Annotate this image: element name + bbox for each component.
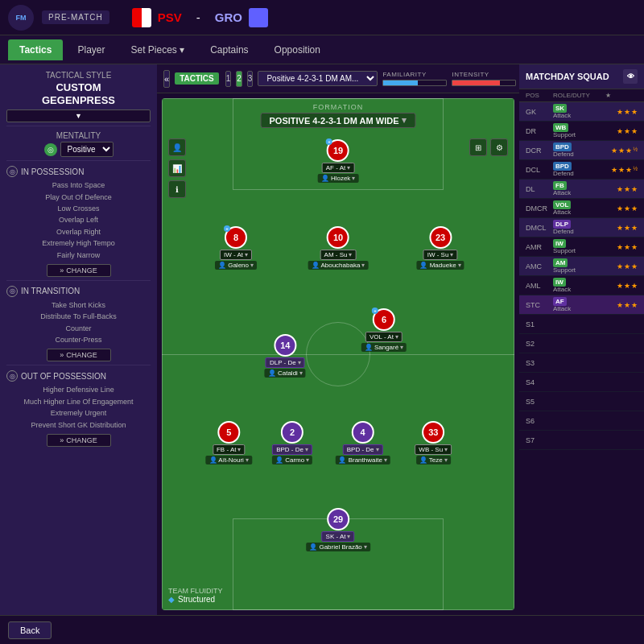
vs-dash: - (196, 10, 200, 24)
psv-badge (132, 8, 151, 27)
squad-row-dl[interactable]: DL FB Attack ★★★ (519, 180, 644, 199)
squad-row-s2: S2 (519, 334, 644, 353)
bottom-bar: Back (0, 615, 644, 644)
role-badge-19[interactable]: AF - At ▾ (322, 163, 354, 173)
tactic-slot-3[interactable]: 3 (247, 71, 254, 87)
squad-row-dcl[interactable]: DCL BPD Defend ★★★½ (519, 160, 644, 180)
role-badge-6[interactable]: VOL - At ▾ (365, 332, 402, 342)
out-possession-change-btn[interactable]: »CHANGE (47, 434, 111, 447)
name-label-6[interactable]: 👤 Sangaré ▾ (361, 343, 407, 352)
pitch-grid-btn[interactable]: ⊞ (469, 138, 487, 156)
name-label-5[interactable]: 👤 Aït-Nouri ▾ (206, 456, 252, 464)
in-possession-header: ◎ IN POSSESSION (6, 166, 151, 177)
tactics-label: TACTICS (175, 72, 219, 85)
name-label-19[interactable]: 👤 Hlozek ▾ (318, 174, 359, 183)
in-possession-items: Pass Into Space Play Out Of Defence Low … (6, 180, 151, 261)
matchday-header: MATCHDAY SQUAD 👁 (519, 64, 644, 89)
possession-change-btn[interactable]: »CHANGE (47, 264, 111, 277)
pitch-config-btn[interactable]: ⚙ (490, 138, 508, 156)
role-badge-23[interactable]: IW - Su ▾ (423, 250, 458, 260)
name-label-4[interactable]: 👤 Branthwaite ▾ (335, 456, 390, 464)
familiarity-fill (383, 80, 418, 85)
squad-row-dcr[interactable]: DCR BPD Defend ★★★½ (519, 141, 644, 160)
tactic-slot-1[interactable]: 1 (225, 71, 232, 87)
player-galeno[interactable]: + 8 IW - At ▾ 👤 Galeno ▾ (215, 226, 257, 270)
settings-dot-6: + (372, 308, 378, 314)
eye-icon[interactable]: 👁 (623, 69, 638, 84)
familiarity-group: FAMILIARITY (382, 71, 447, 86)
tab-captains[interactable]: Captains (199, 39, 259, 60)
squad-row-dmcr[interactable]: DMCR VOL Attack ★★★ (519, 199, 644, 218)
player-teze[interactable]: 33 WB - Su ▾ 👤 Teze ▾ (415, 421, 452, 464)
squad-row-amr[interactable]: AMR IW Support ★★★ (519, 237, 644, 257)
formation-select[interactable]: Positive 4-2-3-1 DM AM... (258, 71, 378, 86)
left-panel: TACTICAL STYLE CUSTOMGEGENPRESS ▼ MENTAL… (0, 64, 157, 615)
role-badge-10[interactable]: AM - Su ▾ (320, 250, 357, 260)
name-label-23[interactable]: 👤 Madueke ▾ (416, 261, 464, 270)
name-label-10[interactable]: 👤 Abouchabaka ▾ (308, 261, 369, 270)
role-badge-2[interactable]: BPD - De ▾ (272, 444, 312, 455)
role-badge-33[interactable]: WB - Su ▾ (415, 444, 452, 455)
pitch-icons: 👤 📊 ℹ (168, 138, 186, 198)
tactic-slot-2[interactable]: 2 (236, 71, 242, 87)
tab-tactics[interactable]: Tactics (8, 39, 63, 60)
player-number-23: 23 (429, 226, 452, 249)
tab-setpieces[interactable]: Set Pieces (119, 39, 196, 60)
tactics-toolbar: « TACTICS 1 2 3 Positive 4-2-3-1 DM AM..… (157, 64, 519, 93)
squad-row-s3: S3 (519, 353, 644, 373)
transition-change-btn[interactable]: »CHANGE (47, 349, 111, 361)
tab-opposition[interactable]: Opposition (263, 39, 332, 60)
collapse-button[interactable]: « (163, 70, 170, 88)
player-brazao[interactable]: 29 SK - At ▾ 👤 Gabriel Brazão ▾ (306, 508, 370, 551)
mentality-label: MENTALITY (6, 131, 151, 140)
player-number-29: 29 (327, 508, 349, 530)
in-transition-items: Take Short Kicks Distribute To Full-Back… (6, 299, 151, 346)
stars-dmcr: ★★★ (617, 204, 638, 213)
team2-name: GRO (215, 10, 242, 24)
fluidity-label: TEAM FLUIDITY (168, 587, 223, 595)
mentality-select[interactable]: Positive (60, 142, 114, 157)
stars-gk: ★★★ (617, 108, 638, 116)
out-possession-items: Higher Defensive Line Much Higher Line O… (6, 384, 151, 431)
player-carmo[interactable]: 2 BPD - De ▾ 👤 Carmo ▾ (272, 421, 312, 464)
role-badge-4[interactable]: BPD - De ▾ (343, 444, 383, 455)
name-label-33[interactable]: 👤 Teze ▾ (416, 456, 451, 464)
player-madueke[interactable]: 23 IW - Su ▾ 👤 Madueke ▾ (416, 226, 464, 270)
player-number-14: 14 (274, 334, 296, 357)
player-sangare[interactable]: + 6 VOL - At ▾ 👤 Sangaré ▾ (361, 308, 407, 352)
player-hlozek[interactable]: + 19 AF - At ▾ 👤 Hlozek ▾ (318, 139, 359, 183)
player-aitnouri[interactable]: 5 FB - At ▾ 👤 Aït-Nouri ▾ (206, 421, 252, 464)
name-label-2[interactable]: 👤 Carmo ▾ (272, 456, 312, 464)
tactical-style-label: TACTICAL STYLE (6, 71, 151, 80)
squad-row-stc[interactable]: STC AF Attack ★★★ (519, 295, 644, 315)
player-branthwaite[interactable]: 4 BPD - De ▾ 👤 Branthwaite ▾ (335, 421, 390, 464)
pitch: FORMATION POSITIVE 4-2-3-1 DM AM WIDE ▾ … (162, 98, 514, 610)
out-possession-section: ◎ OUT OF POSSESSION Higher Defensive Lin… (6, 370, 151, 447)
pitch-view-btn[interactable]: 👤 (168, 138, 186, 156)
style-dropdown[interactable]: ▼ (6, 109, 151, 122)
team1-name: PSV (158, 10, 182, 24)
stars-dcl: ★★★½ (611, 166, 638, 174)
pitch-stats-btn[interactable]: 📊 (168, 159, 186, 177)
top-bar: FM PRE-MATCH PSV - GRO (0, 0, 644, 35)
squad-row-s4: S4 (519, 373, 644, 392)
pitch-info-btn[interactable]: ℹ (168, 180, 186, 198)
squad-row-amc[interactable]: AMC AM Support ★★★ (519, 257, 644, 276)
name-label-8[interactable]: 👤 Galeno ▾ (215, 261, 257, 270)
player-number-2: 2 (281, 421, 303, 444)
player-number-10: 10 (327, 226, 349, 249)
role-badge-14[interactable]: DLP - De ▾ (266, 357, 305, 368)
back-button[interactable]: Back (8, 621, 52, 639)
role-badge-5[interactable]: FB - At ▾ (213, 444, 245, 455)
squad-row-dmcl[interactable]: DMCL DLP Defend ★★★ (519, 218, 644, 237)
player-cataldi[interactable]: 14 DLP - De ▾ 👤 Cataldi ▾ (265, 334, 306, 378)
squad-row-dr[interactable]: DR WB Support ★★★ (519, 122, 644, 141)
tab-player[interactable]: Player (66, 39, 116, 60)
name-label-29[interactable]: 👤 Gabriel Brazão ▾ (306, 543, 370, 551)
name-label-14[interactable]: 👤 Cataldi ▾ (265, 369, 306, 378)
role-badge-29[interactable]: SK - At ▾ (322, 531, 355, 542)
squad-row-gk[interactable]: GK SK Attack ★★★ (519, 102, 644, 122)
role-badge-8[interactable]: IW - At ▾ (220, 250, 252, 260)
squad-row-aml[interactable]: AML IW Attack ★★★ (519, 276, 644, 295)
player-abouchabaka[interactable]: 10 AM - Su ▾ 👤 Abouchabaka ▾ (308, 226, 369, 270)
